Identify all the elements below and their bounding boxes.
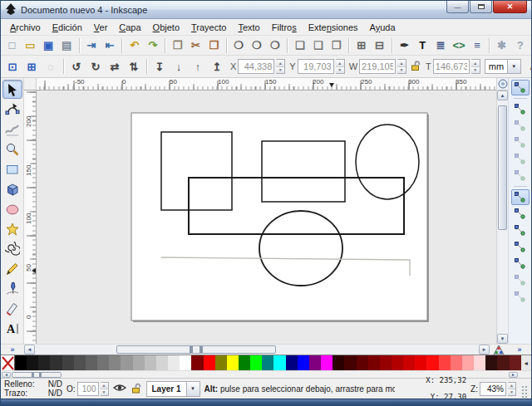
text-dialog-icon[interactable]: T (414, 37, 431, 54)
tool-ellipse[interactable] (2, 199, 22, 218)
align-dialog-icon[interactable]: ≡ (468, 37, 485, 54)
palette-swatch[interactable] (286, 355, 298, 370)
spin-up-icon[interactable]: ▲ (276, 60, 284, 67)
xml-editor-icon[interactable]: <> (451, 37, 468, 54)
palette-swatch[interactable] (62, 355, 74, 370)
spin-down-icon[interactable]: ▼ (276, 67, 284, 74)
palette-scroll-left-icon[interactable]: ◄ (2, 372, 11, 378)
palette-scroll-right-icon[interactable]: ► (509, 372, 518, 378)
menu-objeto[interactable]: Objeto (147, 21, 185, 34)
spin-up-icon[interactable]: ▲ (336, 60, 344, 67)
rotate-ccw-icon[interactable]: ↺ (67, 58, 86, 76)
spin-down-icon[interactable]: ▼ (336, 67, 344, 74)
spin-up-icon[interactable]: ▲ (471, 60, 480, 67)
menu-ver[interactable]: Ver (88, 21, 114, 34)
menu-extensiones[interactable]: Extensiones (303, 21, 364, 34)
palette-swatch[interactable] (321, 355, 332, 370)
vertical-scroll-thumb[interactable] (498, 105, 507, 230)
width-spinner[interactable]: ▲▼ (397, 59, 406, 74)
palette-swatch[interactable] (368, 355, 380, 370)
menu-capa[interactable]: Capa (113, 21, 146, 34)
palette-swatch[interactable] (215, 355, 227, 370)
menu-archivo[interactable]: Archivo (4, 21, 47, 34)
palette-swatch[interactable] (156, 355, 168, 370)
zoom-spinner[interactable]: ▲▼ (508, 382, 516, 396)
flip-horizontal-icon[interactable]: ⇄ (106, 58, 124, 76)
palette-swatch[interactable] (227, 355, 239, 370)
tool-pencil[interactable] (2, 259, 22, 278)
palette-swatch[interactable] (357, 355, 368, 370)
palette-swatch[interactable] (298, 355, 309, 370)
lower-to-bottom-icon[interactable]: ↧ (150, 58, 169, 76)
tool-pen[interactable] (2, 279, 22, 298)
palette-swatch[interactable] (97, 355, 109, 370)
lock-ratio-icon[interactable] (410, 60, 421, 73)
save-icon[interactable]: ▣ (40, 37, 57, 54)
tool-star[interactable] (2, 219, 22, 238)
minimize-button[interactable]: — (446, 1, 469, 13)
palette-swatch[interactable] (145, 355, 156, 370)
vertical-ruler[interactable]: 200150100500 (24, 90, 37, 344)
tool-spiral[interactable] (2, 239, 22, 258)
chevron-down-icon[interactable]: ▼ (186, 382, 200, 396)
palette-swatch[interactable] (15, 355, 27, 370)
copy-icon[interactable]: ❐ (169, 37, 186, 54)
tool-calligraphy[interactable] (2, 299, 22, 318)
ungroup-icon[interactable]: ⊟ (371, 37, 388, 54)
input-devices-icon[interactable]: ? (511, 37, 529, 54)
open-folder-icon[interactable]: ▭ (22, 37, 39, 54)
palette-swatch[interactable] (332, 355, 344, 370)
palette-swatch[interactable] (109, 355, 121, 370)
menu-texto[interactable]: Texto (232, 21, 265, 34)
horizontal-scroll-thumb[interactable] (116, 345, 276, 354)
title-bar[interactable]: Documento nuevo 4 - Inkscape — ✕ (1, 1, 531, 19)
palette-swatch[interactable] (74, 355, 86, 370)
horizontal-scrollbar[interactable]: ◄ ► (24, 345, 490, 355)
palette-swatch[interactable] (168, 355, 180, 370)
preferences-icon[interactable]: ✱ (493, 37, 510, 54)
opacity-input[interactable] (77, 382, 99, 396)
close-button[interactable]: ✕ (493, 1, 527, 13)
layers-dialog-icon[interactable]: ≣ (432, 37, 450, 54)
deselect-icon[interactable]: ◌ (42, 58, 60, 76)
palette-swatch[interactable] (485, 355, 497, 370)
layer-selector[interactable]: Layer 1 ▼ (146, 381, 200, 397)
raise-to-top-icon[interactable]: ↥ (208, 58, 226, 76)
spin-up-icon[interactable]: ▲ (397, 60, 406, 67)
palette-swatch[interactable] (133, 355, 145, 370)
snap-path-icon[interactable] (511, 206, 530, 222)
tool-zoom[interactable] (2, 139, 22, 159)
palette-swatch[interactable] (121, 355, 132, 370)
height-spinner[interactable]: ▲▼ (471, 59, 480, 74)
palette-swatch[interactable] (497, 355, 509, 370)
snapbar-overflow-icon[interactable]: » (508, 345, 531, 355)
palette-swatch[interactable] (344, 355, 356, 370)
duplicate-icon[interactable]: ❏ (291, 37, 308, 54)
canvas[interactable] (37, 90, 496, 344)
palette-swatch[interactable] (204, 355, 215, 370)
new-document-icon[interactable]: □ (3, 37, 21, 54)
spin-down-icon[interactable]: ▼ (101, 389, 108, 395)
x-spinner[interactable]: ▲▼ (276, 59, 285, 74)
scroll-right-icon[interactable]: ► (479, 345, 490, 355)
width-input[interactable] (359, 59, 396, 74)
rotate-cw-icon[interactable]: ↻ (86, 58, 105, 76)
corner-icon[interactable] (497, 78, 508, 90)
scroll-up-icon[interactable]: ▲ (497, 90, 508, 100)
resize-grip[interactable] (520, 385, 528, 399)
redo-icon[interactable]: ↷ (144, 37, 161, 54)
tool-node-editor[interactable] (2, 100, 22, 119)
toolbox-overflow-icon[interactable]: » (1, 345, 24, 355)
tool-tweak[interactable] (2, 120, 22, 139)
import-icon[interactable]: ⇥ (83, 37, 101, 54)
palette-swatch[interactable] (250, 355, 262, 370)
tool-rectangle[interactable] (2, 159, 22, 179)
paste-icon[interactable]: ❒ (205, 37, 223, 54)
snap-bbox-corner-icon[interactable] (511, 135, 530, 150)
drawing-area[interactable] (37, 90, 496, 344)
menu-edición[interactable]: Edición (47, 21, 88, 34)
fill-stroke-indicator[interactable]: Relleno: N/D Trazo: N/D (4, 379, 62, 398)
chevron-down-icon[interactable]: ▼ (508, 59, 521, 74)
scroll-left-icon[interactable]: ◄ (24, 345, 35, 355)
palette-swatch[interactable] (86, 355, 97, 370)
